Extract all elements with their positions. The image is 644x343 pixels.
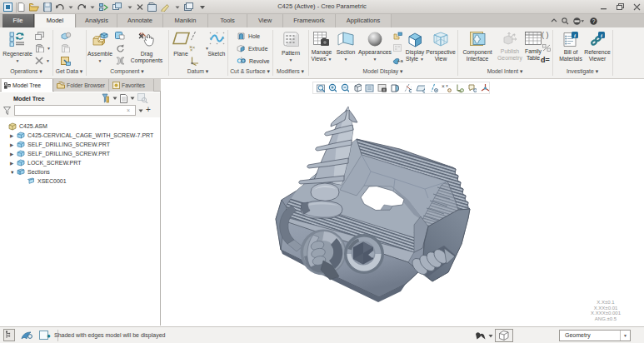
svg-text:i: i <box>601 32 602 39</box>
svg-text:?: ? <box>592 17 596 23</box>
svg-text:×: × <box>190 47 192 52</box>
svg-text:i: i <box>574 32 576 39</box>
